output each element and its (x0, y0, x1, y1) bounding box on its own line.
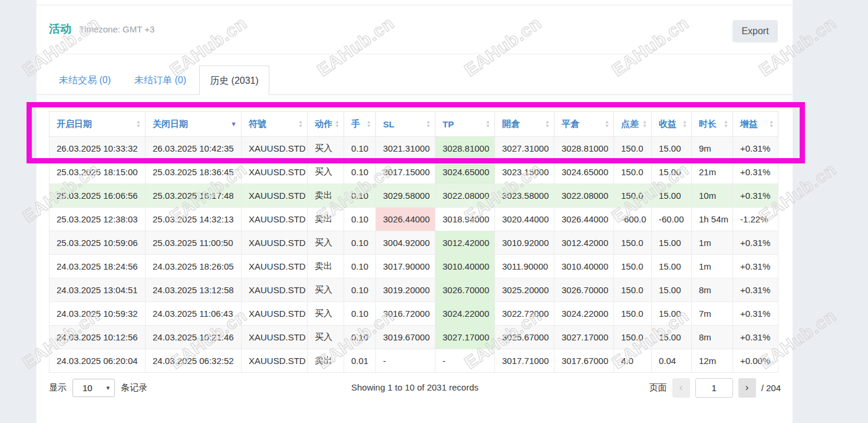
column-header[interactable]: 时长▲▼ (692, 112, 733, 137)
table-cell: XAUUSD.STD (242, 255, 308, 278)
column-header[interactable]: 增益▲▼ (733, 112, 778, 137)
table-cell: 3018.94000 (435, 208, 495, 231)
column-header[interactable]: 符號▲▼ (242, 112, 308, 137)
table-cell: 0.10 (344, 208, 376, 231)
sort-icon: ▲▼ (605, 120, 609, 128)
tab-history[interactable]: 历史 (2031) (199, 65, 269, 95)
table-cell: 3022.08000 (555, 184, 614, 208)
table-row[interactable]: 25.03.2025 16:06:5625.03.2025 16:17:48XA… (49, 184, 778, 208)
table-cell: 买入 (308, 231, 344, 255)
table-row[interactable]: 24.03.2025 10:59:3224.03.2025 11:06:43XA… (49, 302, 778, 326)
table-cell: 3012.42000 (555, 231, 614, 255)
prev-page-button[interactable]: ‹ (672, 378, 690, 398)
column-header[interactable]: SL▲▼ (376, 112, 435, 137)
column-header[interactable]: 收益▲▼ (652, 112, 692, 137)
table-cell: 15.00 (652, 302, 692, 326)
table-cell: 24.03.2025 18:24:56 (49, 255, 146, 278)
sort-desc-icon: ▼ (230, 121, 237, 127)
table-cell: 3027.31000 (495, 137, 555, 160)
table-cell: +0.31% (733, 302, 778, 326)
table-cell: 25.03.2025 18:36:45 (146, 160, 242, 184)
column-header[interactable]: 点差▲▼ (614, 112, 652, 137)
table-cell: 24.03.2025 10:59:32 (49, 302, 146, 326)
table-cell: 24.03.2025 10:21:46 (146, 326, 242, 349)
sort-icon: ▲▼ (724, 120, 728, 128)
table-cell: 0.01 (344, 349, 376, 373)
table-cell: 3019.67000 (376, 326, 435, 349)
table-cell: 150.0 (614, 137, 652, 160)
table-cell: 0.10 (344, 278, 376, 302)
table-row[interactable]: 26.03.2025 10:33:3226.03.2025 10:42:35XA… (49, 137, 778, 160)
column-header[interactable]: 动作▲▼ (308, 112, 344, 137)
table-cell: 3023.58000 (495, 184, 555, 208)
table-cell: 3024.65000 (435, 160, 495, 184)
history-table: 开启日期▲▼关闭日期▼符號▲▼动作▲▼手▲▼SL▲▼TP▲▼開倉▲▼平倉▲▼点差… (49, 111, 778, 373)
page-number-input[interactable] (695, 378, 733, 398)
table-row[interactable]: 24.03.2025 10:12:5624.03.2025 10:21:46XA… (49, 326, 778, 349)
table-cell: 150.0 (614, 184, 652, 208)
table-cell: 25.03.2025 16:06:56 (49, 184, 146, 208)
table-cell: XAUUSD.STD (242, 326, 308, 349)
table-cell: 24.03.2025 11:06:43 (146, 302, 242, 326)
table-cell: 0.04 (652, 349, 692, 373)
table-cell: +0.31% (733, 278, 778, 302)
tab-open-trades[interactable]: 未结交易 (0) (59, 65, 111, 95)
table-cell: 3024.22000 (435, 302, 495, 326)
table-cell: 3023.15000 (495, 160, 555, 184)
sort-icon: ▲▼ (642, 120, 647, 128)
table-cell: 0.10 (344, 160, 376, 184)
column-header[interactable]: 关闭日期▼ (146, 112, 242, 137)
table-cell: 12m (692, 349, 733, 373)
table-cell: 15.00 (652, 278, 692, 302)
table-cell: 150.0 (614, 278, 652, 302)
table-cell: 150.0 (614, 302, 652, 326)
table-cell: 25.03.2025 16:17:48 (146, 184, 242, 208)
sort-icon: ▲▼ (486, 120, 490, 128)
table-row[interactable]: 25.03.2025 12:38:0325.03.2025 14:32:13XA… (49, 208, 778, 231)
table-cell: +0.31% (733, 231, 778, 255)
column-header[interactable]: 開倉▲▼ (495, 112, 555, 137)
column-header[interactable]: 手▲▼ (344, 112, 376, 137)
sort-icon: ▲▼ (298, 120, 303, 128)
table-cell: 15.00 (652, 137, 692, 160)
next-page-button[interactable]: › (738, 378, 756, 398)
table-cell: XAUUSD.STD (242, 231, 308, 255)
table-cell: 150.0 (614, 255, 652, 278)
table-cell: 0.10 (344, 137, 376, 160)
table-cell: - (376, 349, 435, 373)
table-cell: 3027.17000 (555, 326, 614, 349)
column-header[interactable]: TP▲▼ (435, 112, 495, 137)
table-cell: XAUUSD.STD (242, 184, 308, 208)
table-cell: 25.03.2025 14:32:13 (146, 208, 242, 231)
sort-icon: ▲▼ (426, 120, 431, 128)
sort-icon: ▲▼ (136, 120, 141, 128)
table-cell: 15.00 (652, 326, 692, 349)
sort-icon: ▲▼ (367, 120, 371, 128)
column-header[interactable]: 平倉▲▼ (555, 112, 614, 137)
header-divider (37, 54, 793, 54)
table-cell: 3024.22000 (555, 302, 614, 326)
table-cell: 0.10 (344, 231, 376, 255)
column-header[interactable]: 开启日期▲▼ (49, 112, 146, 137)
table-cell: 3019.20000 (376, 278, 435, 302)
table-row[interactable]: 25.03.2025 18:15:0025.03.2025 18:36:45XA… (49, 160, 778, 184)
table-cell: 0.10 (344, 302, 376, 326)
table-cell: 3017.15000 (376, 160, 435, 184)
table-cell: 卖出 (308, 208, 344, 231)
table-cell: +0.31% (733, 326, 778, 349)
table-row[interactable]: 24.03.2025 06:20:0424.03.2025 06:32:52XA… (49, 349, 778, 373)
table-row[interactable]: 24.03.2025 13:04:5124.03.2025 13:12:58XA… (49, 278, 778, 302)
table-cell: 25.03.2025 11:00:50 (146, 231, 242, 255)
table-row[interactable]: 25.03.2025 10:59:0625.03.2025 11:00:50XA… (49, 231, 778, 255)
table-cell: 3004.92000 (376, 231, 435, 255)
pagination: 页面 ‹ › / 204 (649, 378, 781, 398)
table-row[interactable]: 24.03.2025 18:24:5624.03.2025 18:26:05XA… (49, 255, 778, 278)
tab-open-orders[interactable]: 未结订单 (0) (134, 65, 186, 95)
table-cell: 3026.44000 (376, 208, 435, 231)
export-button[interactable]: Export (732, 20, 778, 42)
table-cell: 买入 (308, 302, 344, 326)
sort-icon: ▲▼ (545, 120, 550, 128)
table-cell: XAUUSD.STD (242, 302, 308, 326)
table-cell: 15.00 (652, 255, 692, 278)
table-cell: 24.03.2025 13:04:51 (49, 278, 146, 302)
